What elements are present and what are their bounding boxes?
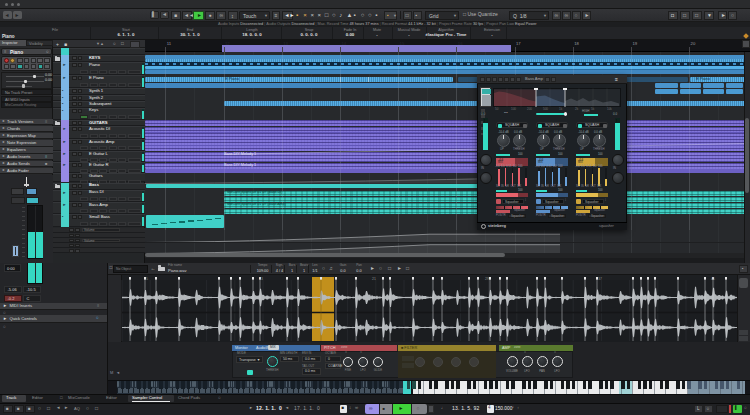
svg-text:13: 13 (259, 277, 263, 281)
svg-text:21: 21 (372, 277, 376, 281)
svg-text:29: 29 (485, 277, 489, 281)
svg-text:45: 45 (711, 277, 715, 281)
svg-text:5: 5 (146, 277, 148, 281)
svg-text:37: 37 (598, 277, 602, 281)
